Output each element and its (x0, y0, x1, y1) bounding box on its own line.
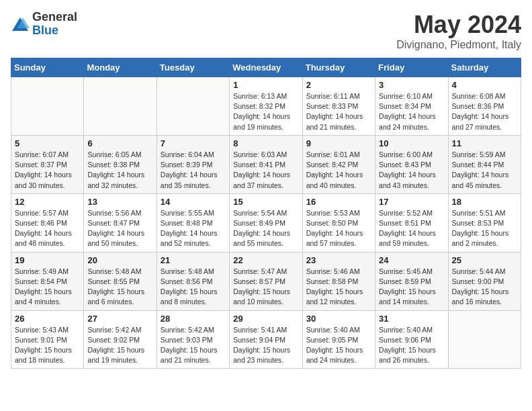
day-info: Sunrise: 6:08 AMSunset: 8:36 PMDaylight:… (452, 91, 517, 132)
weekday-header: Thursday (302, 58, 375, 77)
day-info: Sunrise: 6:11 AMSunset: 8:33 PMDaylight:… (306, 91, 371, 132)
day-info: Sunrise: 5:44 AMSunset: 9:00 PMDaylight:… (452, 267, 517, 308)
day-info: Sunrise: 5:59 AMSunset: 8:44 PMDaylight:… (452, 150, 517, 191)
calendar-cell: 25Sunrise: 5:44 AMSunset: 9:00 PMDayligh… (448, 252, 521, 310)
day-number: 20 (87, 255, 152, 265)
day-info: Sunrise: 5:42 AMSunset: 9:02 PMDaylight:… (87, 325, 152, 366)
calendar-cell: 19Sunrise: 5:49 AMSunset: 8:54 PMDayligh… (11, 252, 84, 310)
calendar-cell: 27Sunrise: 5:42 AMSunset: 9:02 PMDayligh… (84, 310, 157, 369)
day-info: Sunrise: 5:57 AMSunset: 8:46 PMDaylight:… (15, 208, 80, 249)
weekday-header: Sunday (11, 58, 84, 77)
calendar-cell: 2Sunrise: 6:11 AMSunset: 8:33 PMDaylight… (302, 77, 375, 136)
day-info: Sunrise: 5:41 AMSunset: 9:04 PMDaylight:… (233, 325, 298, 366)
day-info: Sunrise: 6:07 AMSunset: 8:37 PMDaylight:… (15, 150, 80, 191)
day-info: Sunrise: 5:48 AMSunset: 8:55 PMDaylight:… (87, 267, 152, 308)
calendar-cell (84, 77, 157, 136)
day-number: 18 (452, 197, 517, 207)
day-number: 27 (87, 314, 152, 324)
calendar-cell: 26Sunrise: 5:43 AMSunset: 9:01 PMDayligh… (11, 310, 84, 369)
weekday-header: Monday (84, 58, 157, 77)
day-number: 17 (379, 197, 444, 207)
calendar-cell: 24Sunrise: 5:45 AMSunset: 8:59 PMDayligh… (375, 252, 448, 310)
day-number: 1 (233, 80, 298, 90)
calendar-cell: 17Sunrise: 5:52 AMSunset: 8:51 PMDayligh… (375, 193, 448, 252)
day-info: Sunrise: 5:51 AMSunset: 8:53 PMDaylight:… (452, 208, 517, 249)
weekday-header: Tuesday (157, 58, 229, 77)
day-info: Sunrise: 6:10 AMSunset: 8:34 PMDaylight:… (379, 91, 444, 132)
day-info: Sunrise: 6:03 AMSunset: 8:41 PMDaylight:… (233, 150, 298, 191)
logo-text: General Blue (32, 11, 77, 38)
calendar-cell: 1Sunrise: 6:13 AMSunset: 8:32 PMDaylight… (230, 77, 302, 136)
day-number: 13 (87, 197, 152, 207)
day-info: Sunrise: 5:40 AMSunset: 9:06 PMDaylight:… (379, 325, 444, 366)
calendar-cell: 11Sunrise: 5:59 AMSunset: 8:44 PMDayligh… (448, 135, 521, 193)
day-number: 30 (306, 314, 371, 324)
month-title: May 2024 (396, 11, 521, 39)
calendar-cell: 23Sunrise: 5:46 AMSunset: 8:58 PMDayligh… (302, 252, 375, 310)
day-number: 26 (15, 314, 80, 324)
day-number: 15 (233, 197, 298, 207)
day-number: 29 (233, 314, 298, 324)
calendar-cell: 8Sunrise: 6:03 AMSunset: 8:41 PMDaylight… (230, 135, 302, 193)
day-number: 7 (161, 138, 226, 148)
calendar-cell: 31Sunrise: 5:40 AMSunset: 9:06 PMDayligh… (375, 310, 448, 369)
calendar-cell: 10Sunrise: 6:00 AMSunset: 8:43 PMDayligh… (375, 135, 448, 193)
calendar-cell: 5Sunrise: 6:07 AMSunset: 8:37 PMDaylight… (11, 135, 84, 193)
day-number: 19 (15, 255, 80, 265)
day-number: 4 (452, 80, 517, 90)
logo-general: General (32, 11, 77, 24)
weekday-header: Friday (375, 58, 448, 77)
calendar-cell: 18Sunrise: 5:51 AMSunset: 8:53 PMDayligh… (448, 193, 521, 252)
calendar-cell: 7Sunrise: 6:04 AMSunset: 8:39 PMDaylight… (157, 135, 229, 193)
day-number: 22 (233, 255, 298, 265)
page-header: General Blue May 2024 Divignano, Piedmon… (11, 11, 521, 51)
day-number: 3 (379, 80, 444, 90)
calendar-cell: 22Sunrise: 5:47 AMSunset: 8:57 PMDayligh… (230, 252, 302, 310)
calendar-week-row: 5Sunrise: 6:07 AMSunset: 8:37 PMDaylight… (11, 135, 521, 193)
day-number: 10 (379, 138, 444, 148)
calendar-cell: 13Sunrise: 5:56 AMSunset: 8:47 PMDayligh… (84, 193, 157, 252)
day-info: Sunrise: 6:13 AMSunset: 8:32 PMDaylight:… (233, 91, 298, 132)
title-block: May 2024 Divignano, Piedmont, Italy (396, 11, 521, 51)
day-info: Sunrise: 6:01 AMSunset: 8:42 PMDaylight:… (306, 150, 371, 191)
calendar-header-row: SundayMondayTuesdayWednesdayThursdayFrid… (11, 58, 521, 77)
day-info: Sunrise: 5:40 AMSunset: 9:05 PMDaylight:… (306, 325, 371, 366)
day-number: 8 (233, 138, 298, 148)
day-number: 24 (379, 255, 444, 265)
logo-blue: Blue (32, 24, 77, 38)
calendar-cell (157, 77, 229, 136)
calendar-week-row: 19Sunrise: 5:49 AMSunset: 8:54 PMDayligh… (11, 252, 521, 310)
calendar-cell: 30Sunrise: 5:40 AMSunset: 9:05 PMDayligh… (302, 310, 375, 369)
day-info: Sunrise: 5:47 AMSunset: 8:57 PMDaylight:… (233, 267, 298, 308)
calendar-cell: 16Sunrise: 5:53 AMSunset: 8:50 PMDayligh… (302, 193, 375, 252)
day-number: 2 (306, 80, 371, 90)
calendar-week-row: 1Sunrise: 6:13 AMSunset: 8:32 PMDaylight… (11, 77, 521, 136)
day-number: 12 (15, 197, 80, 207)
day-info: Sunrise: 5:42 AMSunset: 9:03 PMDaylight:… (161, 325, 226, 366)
day-number: 5 (15, 138, 80, 148)
calendar-cell (448, 310, 521, 369)
weekday-header: Saturday (448, 58, 521, 77)
calendar-cell: 20Sunrise: 5:48 AMSunset: 8:55 PMDayligh… (84, 252, 157, 310)
day-info: Sunrise: 6:00 AMSunset: 8:43 PMDaylight:… (379, 150, 444, 191)
calendar-cell: 28Sunrise: 5:42 AMSunset: 9:03 PMDayligh… (157, 310, 229, 369)
day-info: Sunrise: 5:54 AMSunset: 8:49 PMDaylight:… (233, 208, 298, 249)
calendar-cell: 4Sunrise: 6:08 AMSunset: 8:36 PMDaylight… (448, 77, 521, 136)
day-number: 23 (306, 255, 371, 265)
day-number: 11 (452, 138, 517, 148)
calendar-cell: 6Sunrise: 6:05 AMSunset: 8:38 PMDaylight… (84, 135, 157, 193)
day-info: Sunrise: 5:46 AMSunset: 8:58 PMDaylight:… (306, 267, 371, 308)
logo: General Blue (11, 11, 77, 38)
day-number: 25 (452, 255, 517, 265)
calendar-cell: 29Sunrise: 5:41 AMSunset: 9:04 PMDayligh… (230, 310, 302, 369)
calendar-cell: 15Sunrise: 5:54 AMSunset: 8:49 PMDayligh… (230, 193, 302, 252)
day-info: Sunrise: 6:04 AMSunset: 8:39 PMDaylight:… (161, 150, 226, 191)
calendar-week-row: 26Sunrise: 5:43 AMSunset: 9:01 PMDayligh… (11, 310, 521, 369)
day-number: 28 (161, 314, 226, 324)
day-info: Sunrise: 5:43 AMSunset: 9:01 PMDaylight:… (15, 325, 80, 366)
calendar-cell: 3Sunrise: 6:10 AMSunset: 8:34 PMDaylight… (375, 77, 448, 136)
day-info: Sunrise: 5:53 AMSunset: 8:50 PMDaylight:… (306, 208, 371, 249)
day-number: 16 (306, 197, 371, 207)
calendar-cell: 9Sunrise: 6:01 AMSunset: 8:42 PMDaylight… (302, 135, 375, 193)
calendar-table: SundayMondayTuesdayWednesdayThursdayFrid… (11, 58, 521, 369)
